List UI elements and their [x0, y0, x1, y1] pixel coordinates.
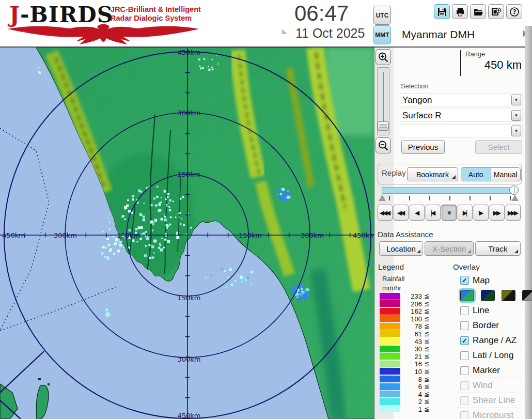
- rain-echo: [143, 215, 145, 218]
- rain-echo: [117, 250, 120, 252]
- track-button[interactable]: Track: [475, 241, 521, 256]
- overlay-row-map[interactable]: ✓Map: [457, 273, 525, 288]
- overlay-label: Range / AZ: [473, 335, 517, 346]
- add-image-button[interactable]: [488, 4, 504, 19]
- utc-button[interactable]: UTC: [373, 6, 391, 25]
- bookmark-button[interactable]: Bookmark: [407, 167, 458, 181]
- play-backward-button[interactable]: ◀: [410, 205, 425, 221]
- open-folder-button[interactable]: [470, 4, 486, 19]
- rain-echo: [227, 276, 230, 279]
- help-button[interactable]: ?: [506, 4, 522, 19]
- legend-color-swatch: [380, 383, 400, 390]
- auto-button[interactable]: Auto: [461, 168, 491, 181]
- overlay-row-microburst[interactable]: Microburst: [457, 408, 525, 419]
- rewind-fast-button[interactable]: ◀◀◀: [378, 205, 393, 221]
- chevron-down-icon[interactable]: ▼: [511, 110, 521, 121]
- rain-echo: [298, 298, 301, 301]
- overlay-row-wind[interactable]: Wind: [457, 378, 525, 393]
- map-style-swatch-3[interactable]: [502, 290, 515, 301]
- zoom-out-button[interactable]: [375, 137, 391, 153]
- chevron-down-icon[interactable]: ▼: [511, 126, 521, 136]
- selection-dropdown-site[interactable]: Yangon ▼: [400, 93, 523, 106]
- overlay-row-range-az[interactable]: ✓Range / AZ: [457, 333, 525, 348]
- checkbox[interactable]: [460, 366, 469, 375]
- add-image-icon: [491, 7, 502, 17]
- forward-fast-button[interactable]: ▶▶▶: [506, 205, 521, 221]
- rain-echo: [183, 224, 185, 226]
- rain-echo: [161, 238, 163, 239]
- zoom-slider-thumb[interactable]: [378, 121, 389, 131]
- rain-echo: [164, 214, 165, 216]
- step-forward-button[interactable]: ▶|: [458, 205, 473, 221]
- overlay-row-lati-long[interactable]: Lati / Long: [457, 348, 525, 363]
- legend-row: 43≦: [380, 338, 436, 346]
- slider-tick: [429, 196, 430, 200]
- radar-map-canvas[interactable]: 450km300km150km150km300km450km450km300km…: [0, 48, 374, 419]
- overlay-label: Microburst: [473, 410, 513, 419]
- legend-color-swatch: [380, 361, 400, 367]
- legend-value: 43: [402, 338, 422, 346]
- replay-slider-handle[interactable]: [509, 185, 519, 195]
- rain-echo: [146, 237, 149, 240]
- rain-echo: [176, 232, 178, 234]
- legend-color-swatch: [380, 368, 400, 375]
- rain-echo: [138, 226, 140, 229]
- map-style-swatch-4[interactable]: [522, 290, 532, 301]
- zoom-in-button[interactable]: [375, 49, 391, 65]
- rain-echo: [199, 66, 201, 67]
- legend-le-symbol: ≦: [424, 360, 429, 367]
- rain-echo: [157, 186, 159, 188]
- rain-echo: [247, 276, 249, 279]
- overlay-row-line[interactable]: Line: [457, 303, 525, 318]
- legend-le-symbol: ≦: [424, 376, 429, 383]
- slider-start-marker[interactable]: [379, 195, 386, 201]
- location-button[interactable]: Location: [379, 241, 423, 256]
- rain-echo: [144, 254, 147, 257]
- overlay-row-marker[interactable]: Marker: [457, 363, 525, 378]
- select-button[interactable]: Select: [475, 140, 522, 154]
- legend-row: 2≦: [380, 398, 436, 406]
- rain-echo: [200, 68, 202, 70]
- svg-text:?: ?: [512, 8, 516, 15]
- selection-dropdown-extra[interactable]: ▼: [400, 124, 523, 137]
- rain-echo: [204, 58, 205, 60]
- rain-echo: [167, 193, 169, 195]
- overlay-list: ✓MapLineBorder✓Range / AZLati / LongMark…: [457, 273, 525, 419]
- checkbox[interactable]: [460, 351, 469, 360]
- replay-timeline-slider[interactable]: [382, 187, 515, 194]
- selection-dropdown-product[interactable]: Surface R ▼: [400, 108, 523, 122]
- rain-echo: [107, 218, 109, 219]
- previous-button[interactable]: Previous: [401, 140, 445, 154]
- station-name: Myanmar DMH: [402, 28, 475, 41]
- zoom-slider-track[interactable]: [377, 67, 389, 135]
- checkbox[interactable]: [460, 381, 469, 390]
- logo-subtitle-1: JRC-Brilliant & Intelligent: [111, 5, 206, 13]
- manual-button[interactable]: Manual: [491, 168, 521, 181]
- clock-time: 06:47: [294, 1, 349, 26]
- save-button[interactable]: [434, 4, 450, 19]
- x-section-button[interactable]: X-Section: [425, 241, 474, 256]
- stop-button[interactable]: ■: [442, 205, 457, 221]
- checkbox[interactable]: [460, 306, 469, 315]
- chevron-down-icon[interactable]: ▼: [511, 95, 521, 105]
- overlay-label: Map: [473, 275, 490, 286]
- print-button[interactable]: [452, 4, 468, 19]
- step-back-button[interactable]: |◀: [426, 205, 441, 221]
- rain-echo: [240, 275, 241, 277]
- rewind-button[interactable]: ◀◀: [394, 205, 409, 221]
- mmt-button[interactable]: MMT: [373, 25, 391, 44]
- play-button[interactable]: ▶: [474, 205, 489, 221]
- legend-color-swatch: [380, 353, 400, 360]
- map-style-swatch-2[interactable]: [481, 290, 495, 301]
- checkbox[interactable]: [460, 411, 469, 419]
- checkbox-checked[interactable]: ✓: [460, 276, 469, 285]
- map-style-swatch-1[interactable]: [460, 290, 474, 301]
- checkbox[interactable]: [460, 321, 469, 330]
- forward-button[interactable]: ▶▶: [490, 205, 505, 221]
- overlay-row-shear-line[interactable]: Shear Line: [457, 393, 525, 408]
- checkbox[interactable]: [460, 396, 469, 405]
- checkbox-checked[interactable]: ✓: [460, 336, 469, 345]
- overlay-row-border[interactable]: Border: [457, 318, 525, 333]
- panel-side-strip: [525, 26, 532, 419]
- slider-end-marker[interactable]: [511, 195, 519, 201]
